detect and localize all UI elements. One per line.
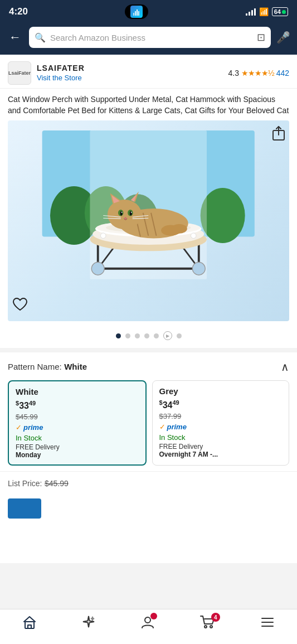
status-bar: 4:20 📶 64: [0, 0, 297, 22]
visit-store-link[interactable]: Visit the Store: [37, 74, 82, 82]
store-header: LsaiFater LSAIFATER Visit the Store 4.3 …: [0, 55, 297, 89]
main-content: LsaiFater LSAIFATER Visit the Store 4.3 …: [0, 55, 297, 563]
variant-grey-name: Grey: [159, 386, 283, 396]
store-info: LSAIFATER Visit the Store: [37, 64, 222, 83]
back-button[interactable]: ←: [7, 28, 23, 47]
status-time: 4:20: [9, 6, 28, 17]
star-rating: ★★★★½: [241, 69, 274, 78]
microphone-icon[interactable]: 🎤: [276, 31, 290, 44]
image-dot-7[interactable]: [177, 333, 182, 338]
image-dot-video[interactable]: ▶: [163, 331, 172, 340]
home-icon: [22, 615, 37, 633]
app-icon: [130, 6, 143, 18]
variant-white-date: Monday: [16, 451, 139, 459]
image-dots: ▶: [0, 326, 297, 348]
variant-grey-old-price: $37.99: [159, 412, 283, 420]
svg-rect-49: [28, 625, 31, 628]
nav-cart[interactable]: 4: [200, 615, 216, 633]
add-to-cart-button[interactable]: [8, 498, 41, 519]
image-dot-3[interactable]: [135, 333, 140, 338]
pattern-section: Pattern Name: White ∧ White $3349 $45.99…: [0, 352, 297, 471]
section-divider: [0, 348, 297, 352]
product-image-section: [0, 120, 297, 321]
pattern-label: Pattern Name:: [8, 362, 62, 371]
prime-checkmark-grey-icon: ✓: [159, 423, 165, 431]
prime-label: prime: [23, 423, 43, 432]
rating-number: 4.3: [228, 69, 238, 78]
svg-point-44: [101, 233, 106, 239]
store-logo: LsaiFater: [8, 61, 31, 85]
variant-white-price: $3349: [16, 400, 139, 411]
variant-cards: White $3349 $45.99 ✓ prime In Stock FREE…: [8, 380, 289, 465]
pattern-header: Pattern Name: White ∧: [8, 360, 289, 374]
prime-grey-label: prime: [167, 423, 187, 431]
list-price-label: List Price:: [8, 479, 42, 488]
search-input[interactable]: Search Amazon Business: [50, 33, 252, 42]
variant-white-prime: ✓ prime: [16, 423, 139, 432]
variant-card-grey[interactable]: Grey $3449 $37.99 ✓ prime In Stock FREE …: [152, 380, 290, 465]
battery-dot: [282, 10, 286, 14]
pattern-label-group: Pattern Name: White: [8, 362, 87, 372]
svg-point-43: [171, 224, 187, 234]
svg-point-26: [108, 200, 142, 229]
variant-white-stock: In Stock: [16, 434, 139, 442]
review-count[interactable]: 442: [276, 69, 289, 78]
sparkle-icon: [81, 615, 96, 633]
svg-point-8: [201, 188, 245, 243]
wifi-icon: 📶: [259, 7, 269, 16]
prime-checkmark-icon: ✓: [16, 423, 22, 432]
svg-rect-0: [133, 13, 134, 16]
svg-point-15: [92, 263, 105, 275]
svg-rect-1: [135, 11, 136, 16]
list-price-value: $45.99: [45, 479, 69, 488]
svg-point-36: [131, 212, 132, 213]
nav-home[interactable]: [22, 615, 37, 633]
cart-count-badge: 4: [211, 613, 220, 622]
nav-ai[interactable]: [81, 615, 96, 633]
rating-section: 4.3 ★★★★½ 442: [228, 69, 289, 78]
svg-point-51: [205, 626, 207, 628]
product-image-container[interactable]: [8, 120, 289, 321]
svg-rect-3: [138, 11, 139, 16]
hamburger-menu-icon: [260, 615, 275, 633]
list-price-section: List Price: $45.99: [0, 471, 297, 493]
image-dot-4[interactable]: [144, 333, 149, 338]
variant-grey-delivery: FREE Delivery: [159, 443, 283, 451]
wishlist-button[interactable]: [12, 297, 28, 316]
account-notification-badge: [150, 613, 157, 619]
barcode-scan-icon[interactable]: ⊡: [257, 31, 265, 43]
svg-point-45: [191, 233, 197, 239]
svg-point-16: [193, 263, 206, 275]
search-input-wrapper[interactable]: 🔍 Search Amazon Business ⊡: [29, 27, 271, 48]
variant-white-old-price: $45.99: [16, 413, 139, 421]
search-icon: 🔍: [35, 32, 46, 43]
nav-menu[interactable]: [260, 615, 275, 633]
image-dot-1[interactable]: [116, 333, 121, 338]
variant-white-delivery: FREE Delivery: [16, 443, 139, 451]
pattern-value: White: [64, 362, 87, 371]
svg-point-52: [210, 626, 212, 628]
signal-icon: [246, 8, 256, 16]
svg-point-35: [121, 212, 123, 213]
variant-grey-prime: ✓ prime: [159, 423, 283, 431]
variant-card-white[interactable]: White $3349 $45.99 ✓ prime In Stock FREE…: [8, 380, 147, 465]
nav-account[interactable]: [140, 615, 155, 633]
variant-grey-price: $3449: [159, 399, 283, 410]
product-title: Cat Window Perch with Supported Under Me…: [0, 89, 297, 120]
product-image-svg: [22, 130, 275, 311]
svg-rect-2: [137, 9, 138, 16]
app-icon-pill: [125, 4, 148, 19]
store-name: LSAIFATER: [37, 64, 222, 72]
image-dot-2[interactable]: [125, 333, 130, 338]
chevron-up-icon[interactable]: ∧: [281, 360, 289, 374]
bottom-nav: 4: [0, 609, 297, 644]
image-dot-5[interactable]: [154, 333, 159, 338]
variant-grey-stock: In Stock: [159, 433, 283, 442]
search-bar-container: ← 🔍 Search Amazon Business ⊡ 🎤: [0, 22, 297, 55]
share-button[interactable]: [272, 126, 285, 144]
status-icons: 📶 64: [246, 7, 288, 16]
svg-point-50: [145, 617, 150, 623]
buy-section: [0, 493, 297, 563]
battery-indicator: 64: [272, 7, 288, 16]
variant-white-name: White: [16, 387, 139, 396]
